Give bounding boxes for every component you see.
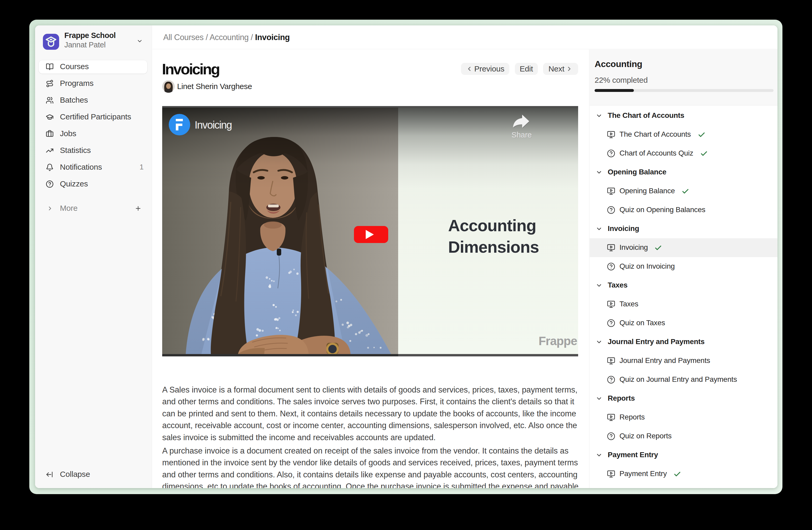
svg-text:Accounting: Accounting bbox=[448, 216, 536, 235]
svg-text:Frappe: Frappe bbox=[539, 334, 577, 348]
svg-text:Invoicing: Invoicing bbox=[194, 119, 232, 131]
svg-text:Dimensions: Dimensions bbox=[448, 238, 539, 256]
svg-text:Share: Share bbox=[511, 131, 532, 139]
